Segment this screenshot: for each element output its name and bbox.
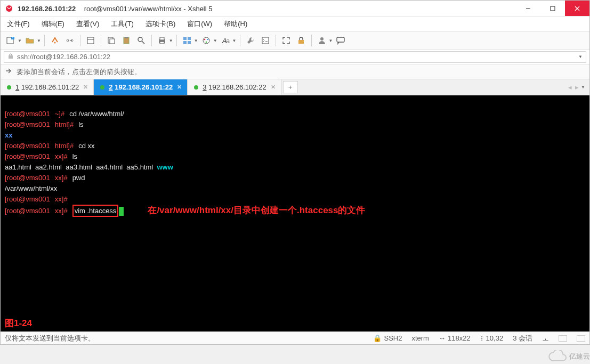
status-dot-icon xyxy=(100,85,104,90)
new-session-button[interactable]: + xyxy=(4,34,18,47)
svg-rect-22 xyxy=(183,37,187,40)
session-tab-2[interactable]: 2 192.168.26.101:22 ✕ xyxy=(94,79,188,95)
tools-button[interactable] xyxy=(244,34,257,47)
svg-point-27 xyxy=(204,39,205,41)
arrow-icon[interactable] xyxy=(5,67,12,76)
addressbar: ssh://root@192.168.26.101:22 ▼ xyxy=(1,50,589,64)
reconnect-button[interactable] xyxy=(48,34,62,47)
infobar-text: 要添加当前会话，点击左侧的箭头按钮。 xyxy=(17,67,141,77)
menu-file[interactable]: 文件(F) xyxy=(5,18,32,30)
svg-point-34 xyxy=(320,37,324,41)
dropdown-icon[interactable]: ▼ xyxy=(37,38,41,43)
svg-point-17 xyxy=(138,37,142,42)
properties-button[interactable] xyxy=(84,34,98,47)
close-button[interactable] xyxy=(565,1,589,16)
highlighted-command: vim .htaccess xyxy=(72,205,119,217)
svg-rect-2 xyxy=(551,6,555,11)
position-icon: ⫶ xyxy=(480,334,484,342)
infobar: 要添加当前会话，点击左侧的箭头按钮。 xyxy=(1,64,589,79)
disconnect-button[interactable] xyxy=(63,34,77,47)
svg-rect-21 xyxy=(160,42,164,44)
dropdown-icon[interactable]: ▼ xyxy=(18,38,22,43)
paste-button[interactable] xyxy=(119,34,133,47)
menu-tools[interactable]: 工具(T) xyxy=(109,18,136,30)
chat-button[interactable] xyxy=(334,34,347,47)
status-extra: ㅗ xyxy=(542,334,549,343)
status-dot-icon xyxy=(7,85,11,90)
status-term: xterm xyxy=(411,334,429,342)
fullscreen-button[interactable] xyxy=(279,34,293,47)
svg-rect-23 xyxy=(188,37,191,40)
svg-point-8 xyxy=(54,42,55,44)
watermark: 亿速云 xyxy=(547,350,590,363)
dropdown-icon[interactable]: ▼ xyxy=(169,38,173,43)
tab-prev-icon[interactable]: ◂ xyxy=(568,83,572,91)
svg-rect-14 xyxy=(110,39,115,44)
figure-label: 图1-24 xyxy=(5,318,32,328)
resize-icon: ↔ xyxy=(439,334,446,342)
window-controls xyxy=(516,1,589,16)
dropdown-icon[interactable]: ▼ xyxy=(329,38,333,43)
lock-icon xyxy=(7,53,14,61)
menubar: 文件(F) 编辑(E) 查看(V) 工具(T) 选项卡(B) 窗口(W) 帮助(… xyxy=(1,17,589,31)
svg-point-28 xyxy=(207,39,208,41)
status-cursor-pos: ⫶10,32 xyxy=(480,334,504,342)
font-button[interactable]: Aa xyxy=(219,34,232,47)
dropdown-icon[interactable]: ▼ xyxy=(578,54,583,59)
dropdown-icon[interactable]: ▼ xyxy=(213,38,217,43)
tab-nav: ◂ ▸ ▼ xyxy=(564,79,589,95)
close-tab-icon[interactable]: ✕ xyxy=(83,84,88,91)
close-tab-icon[interactable]: ✕ xyxy=(271,84,276,91)
svg-line-18 xyxy=(142,41,144,44)
svg-rect-35 xyxy=(337,37,344,42)
svg-rect-32 xyxy=(262,37,269,44)
status-message: 仅将文本发送到当前选项卡。 xyxy=(5,334,373,343)
address-text: ssh://root@192.168.26.101:22 xyxy=(17,53,110,61)
close-tab-icon[interactable]: ✕ xyxy=(177,84,182,91)
copy-button[interactable] xyxy=(104,34,118,47)
menu-view[interactable]: 查看(V) xyxy=(74,18,101,30)
num-indicator xyxy=(577,335,585,342)
svg-rect-16 xyxy=(125,37,128,38)
layout-button[interactable] xyxy=(180,34,194,47)
tabstrip: 1 192.168.26.101:22 ✕ 2 192.168.26.101:2… xyxy=(1,79,589,95)
svg-text:+: + xyxy=(11,36,15,41)
cloud-icon xyxy=(547,350,567,363)
svg-rect-20 xyxy=(160,37,164,40)
svg-text:a: a xyxy=(226,37,230,45)
statusbar: 仅将文本发送到当前选项卡。 🔒SSH2 xterm ↔118x22 ⫶10,32… xyxy=(1,331,589,344)
menu-help[interactable]: 帮助(H) xyxy=(222,18,249,30)
status-size: ↔118x22 xyxy=(439,334,471,342)
script-button[interactable] xyxy=(258,34,272,47)
maximize-button[interactable] xyxy=(540,1,565,16)
session-tab-1[interactable]: 1 192.168.26.101:22 ✕ xyxy=(1,79,94,95)
cap-indicator xyxy=(559,335,567,342)
add-tab-button[interactable]: + xyxy=(283,81,298,93)
lock-button[interactable] xyxy=(294,34,308,47)
menu-window[interactable]: 窗口(W) xyxy=(185,18,214,30)
open-button[interactable] xyxy=(23,34,37,47)
toolbar: +▼ ▼ ▼ ▼ ▼ Aa▼ ▼ xyxy=(1,31,589,50)
session-tab-3[interactable]: 3 192.168.26.102:22 ✕ xyxy=(188,79,281,95)
svg-rect-25 xyxy=(188,41,191,44)
minimize-button[interactable] xyxy=(516,1,540,16)
dropdown-icon[interactable]: ▼ xyxy=(194,38,198,43)
svg-rect-33 xyxy=(298,40,304,44)
color-button[interactable] xyxy=(199,34,213,47)
print-button[interactable] xyxy=(155,34,169,47)
menu-tabs[interactable]: 选项卡(B) xyxy=(143,18,177,30)
status-dot-icon xyxy=(194,85,198,90)
dropdown-icon[interactable]: ▼ xyxy=(232,38,237,43)
terminal[interactable]: [root@vms001 ~]# cd /var/www/html/ [root… xyxy=(1,95,589,331)
menu-edit[interactable]: 编辑(E) xyxy=(39,18,67,30)
app-window: 192.168.26.101:22 root@vms001:/var/www/h… xyxy=(0,0,590,345)
tab-next-icon[interactable]: ▸ xyxy=(575,83,579,91)
annotation-text: 在/var/www/html/xx/目录中创建一个.htaccess的文件 xyxy=(148,205,365,215)
address-input[interactable]: ssh://root@192.168.26.101:22 ▼ xyxy=(4,51,586,63)
find-button[interactable] xyxy=(134,34,148,47)
status-ssh: 🔒SSH2 xyxy=(373,334,402,342)
dropdown-icon[interactable]: ▼ xyxy=(581,85,585,90)
svg-rect-36 xyxy=(9,55,13,59)
status-sessions: 3 会话 xyxy=(513,334,532,343)
people-button[interactable] xyxy=(315,34,329,47)
